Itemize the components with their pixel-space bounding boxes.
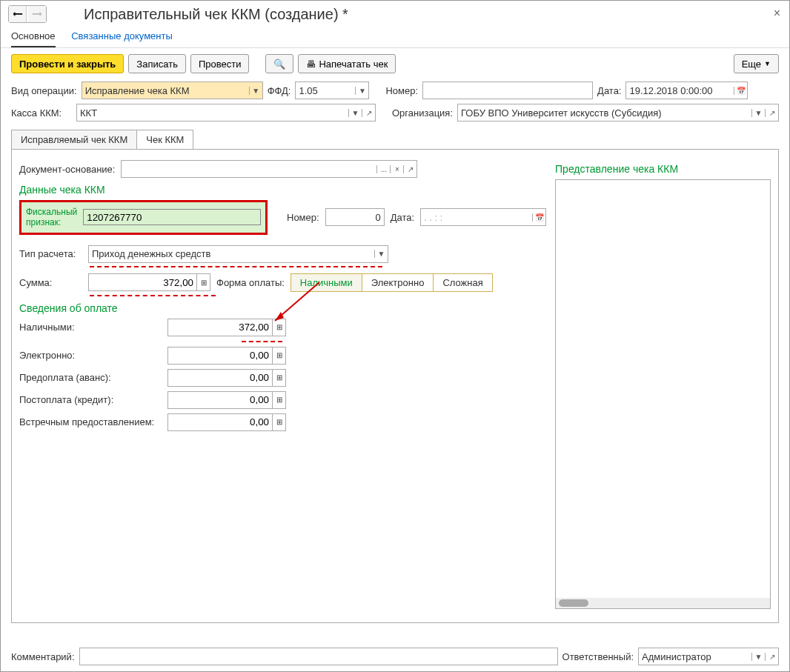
subnav-related[interactable]: Связанные документы [71,30,173,41]
dropdown-icon[interactable]: ▼ [374,250,388,258]
prepay-label: Предоплата (аванс): [19,372,160,383]
org-label: Организация: [392,107,453,119]
cash-field[interactable]: ⊞ [167,319,286,336]
num-label: Номер: [385,85,418,96]
num2-label: Номер: [287,212,319,223]
comment-label: Комментарий: [11,651,75,662]
print-button[interactable]: 🖶Напечатать чек [298,54,396,73]
preview-area [555,179,771,609]
seg-complex[interactable]: Сложная [434,274,491,291]
num2-field[interactable]: 0 [325,208,385,226]
kassa-label: Касса ККМ: [11,107,72,119]
scroll-thumb[interactable] [559,599,588,607]
open-icon[interactable]: ↗ [403,165,416,173]
open-icon[interactable]: ↗ [765,653,778,661]
printer-icon: 🖶 [306,59,316,70]
back-button[interactable]: 🠔 [9,6,27,22]
tab-corrected[interactable]: Исправляемый чек ККМ [11,130,137,149]
section-data-title: Данные чека ККМ [19,184,546,196]
op-field[interactable]: Исправление чека ККМ ▼ [82,81,263,99]
calculator-icon[interactable]: ⊞ [272,414,285,430]
prepay-field[interactable]: ⊞ [167,369,286,387]
window-title: Исправительный чек ККМ (создание) * [84,6,348,23]
clear-icon[interactable]: × [390,165,403,173]
postpay-label: Постоплата (кредит): [19,394,160,405]
more-button[interactable]: Еще ▼ [734,54,779,73]
fiscal-input[interactable] [83,209,261,225]
calc-type-field[interactable]: Приход денежных средств ▼ [88,245,388,263]
calculator-icon[interactable]: ⊞ [272,392,285,408]
electronic-label: Электронно: [19,350,160,361]
forward-button[interactable]: 🠖 [28,6,46,22]
calculator-icon[interactable]: ⊞ [272,370,285,386]
post-button[interactable]: Провести [190,54,250,73]
counter-field[interactable]: ⊞ [167,413,286,431]
dropdown-icon[interactable]: ▼ [355,87,368,95]
sum-label: Сумма: [19,277,82,288]
payform-segments: Наличными Электронно Сложная [291,273,493,292]
ffd-field[interactable]: 1.05 ▼ [295,81,369,99]
close-icon[interactable]: × [774,7,780,20]
doc-base-field[interactable]: ... × ↗ [121,160,417,178]
date-label: Дата: [597,85,621,96]
dropdown-icon[interactable]: ▼ [249,87,262,95]
open-icon[interactable]: ↗ [362,109,375,117]
nav-buttons: 🠔 🠖 [8,5,47,23]
post-close-button[interactable]: Провести и закрыть [11,54,124,73]
section-pay-title: Сведения об оплате [19,302,546,314]
ffd-label: ФФД: [268,85,291,96]
dropdown-icon[interactable]: ▼ [348,109,362,117]
electronic-field[interactable]: ⊞ [167,347,286,365]
calendar-icon[interactable]: 📅 [532,213,545,222]
fiscal-sign-box: Фискальный признак: [19,200,268,235]
date2-field[interactable]: . . : : 📅 [420,208,546,226]
calculator-icon[interactable]: ⊞ [272,347,285,364]
op-label: Вид операции: [11,85,77,96]
calc-type-label: Тип расчета: [19,248,82,259]
ellipsis-icon[interactable]: ... [376,165,390,173]
dropdown-icon[interactable]: ▼ [751,653,765,661]
tab-check[interactable]: Чек ККМ [136,130,193,149]
num-field[interactable] [422,81,593,99]
date2-label: Дата: [391,212,414,223]
sum-field[interactable]: ⊞ [88,273,210,291]
cash-label: Наличными: [19,322,160,333]
subnav: Основное Связанные документы [1,27,789,48]
dt-button[interactable]: 🔍 [265,54,293,73]
calendar-icon[interactable]: 📅 [734,87,747,95]
seg-electronic[interactable]: Электронно [362,274,434,291]
org-field[interactable]: ГОБУ ВПО Университет искусств (Субсидия)… [457,104,779,122]
calculator-icon[interactable]: ⊞ [272,319,285,336]
section-preview-title: Представление чека ККМ [555,163,771,175]
doc-base-label: Документ-основание: [19,164,115,175]
save-button[interactable]: Записать [128,54,186,73]
dropdown-icon[interactable]: ▼ [751,109,765,117]
resp-label: Ответственный: [562,651,634,662]
open-icon[interactable]: ↗ [765,109,778,117]
seg-cash[interactable]: Наличными [291,274,362,291]
subnav-main[interactable]: Основное [11,30,56,47]
payform-label: Форма оплаты: [216,277,285,288]
comment-field[interactable] [79,648,558,665]
resp-field[interactable]: Администратор ▼ ↗ [638,648,779,665]
counter-label: Встречным предоставлением: [19,416,160,428]
date-field[interactable]: 19.12.2018 0:00:00 📅 [625,81,748,99]
postpay-field[interactable]: ⊞ [167,391,286,409]
calculator-icon[interactable]: ⊞ [196,274,210,290]
kassa-field[interactable]: ККТ ▼ ↗ [76,104,376,122]
scrollbar-horizontal[interactable] [556,598,770,608]
